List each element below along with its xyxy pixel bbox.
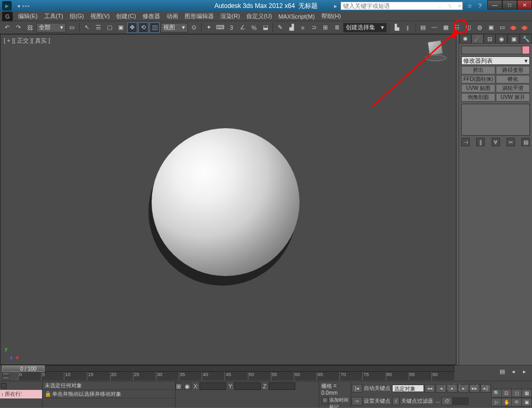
- zoom-all-button[interactable]: ⊡: [501, 389, 512, 397]
- prev-view-icon[interactable]: ◂: [508, 366, 519, 377]
- viewcube[interactable]: [425, 41, 446, 62]
- binoculars-icon[interactable]: ⌕: [435, 2, 444, 10]
- selection-filter-dropdown[interactable]: 全部▾: [36, 23, 66, 32]
- menu-views[interactable]: 视图(V): [87, 12, 113, 20]
- menu-modifiers[interactable]: 修改器: [139, 12, 163, 20]
- menu-help[interactable]: 帮助(H): [318, 12, 344, 20]
- prev-key-button[interactable]: ◂: [436, 384, 446, 393]
- schematic-button[interactable]: ▦: [440, 22, 451, 33]
- layer-manager-button[interactable]: ▤: [418, 22, 428, 33]
- manipulate-button[interactable]: ✦: [204, 22, 214, 33]
- named-selection-dropdown[interactable]: 创建选择集▾: [343, 23, 387, 32]
- mod-uvwunwrap[interactable]: UVW 展开: [496, 93, 530, 102]
- material-editor-button[interactable]: ◍: [475, 22, 485, 33]
- pivot-button[interactable]: ⊙: [189, 22, 199, 33]
- mod-extrude[interactable]: 挤出: [461, 66, 495, 74]
- maximize-button[interactable]: □: [502, 0, 517, 10]
- current-frame-input[interactable]: [453, 397, 469, 405]
- spinner-snap-button[interactable]: ⬓: [260, 22, 270, 33]
- layers-button[interactable]: ≣: [331, 22, 342, 33]
- prev-frame-button[interactable]: ◂◂: [425, 384, 435, 393]
- orbit-button[interactable]: ⟲: [511, 398, 522, 406]
- select-rotate-button[interactable]: ⟲: [138, 22, 148, 33]
- align-tool-button[interactable]: ⫿: [403, 22, 413, 33]
- mod-pathdeform[interactable]: 路径变形: [496, 66, 530, 74]
- pin-stack-icon[interactable]: ⊣: [461, 138, 470, 146]
- menu-graph[interactable]: 图形编辑器: [181, 12, 217, 20]
- select-scale-button[interactable]: ◫: [149, 22, 160, 33]
- render-button[interactable]: 🫖: [509, 22, 519, 33]
- percent-snap-button[interactable]: %: [249, 22, 259, 33]
- mod-chamfer[interactable]: 倒角剖面: [461, 93, 495, 102]
- edit-named-selection-button[interactable]: ✎: [275, 22, 285, 33]
- menu-group[interactable]: 组(G): [66, 12, 87, 20]
- app-menu-icon[interactable]: G: [2, 12, 13, 21]
- magnet-button[interactable]: ⊃: [309, 22, 319, 33]
- minimize-button[interactable]: —: [487, 0, 502, 10]
- time-ruler[interactable]: 051015202530354045505560657075808590: [18, 372, 454, 380]
- mod-uvwmap[interactable]: UVW 贴图: [461, 84, 495, 93]
- select-region-button[interactable]: ▢: [104, 22, 114, 33]
- object-name-field[interactable]: [461, 46, 530, 54]
- mod-meshsmooth[interactable]: 涡轮平滑: [496, 84, 530, 93]
- curve-editor-button[interactable]: 〰: [429, 22, 439, 33]
- ref-coord-dropdown[interactable]: 视图▾: [161, 23, 187, 32]
- menu-tools[interactable]: 工具(T): [41, 12, 66, 20]
- angle-snap-button[interactable]: ∠: [238, 22, 248, 33]
- goto-end-button[interactable]: ▸|: [480, 384, 491, 393]
- menu-create[interactable]: 创建(C): [113, 12, 139, 20]
- help-icon[interactable]: ?: [476, 2, 484, 10]
- max-toggle-button[interactable]: ▣: [521, 398, 532, 406]
- tab-display[interactable]: ▣: [508, 34, 520, 44]
- tab-create[interactable]: ✱: [459, 34, 471, 44]
- tab-modify[interactable]: ☄: [471, 34, 484, 44]
- viewport[interactable]: [ + ][ 正交 ][ 真实 ] z x y: [0, 34, 456, 365]
- next-frame-button[interactable]: ▸▸: [469, 384, 480, 393]
- time-tag-icon[interactable]: ⊙: [321, 397, 329, 404]
- menu-animation[interactable]: 动画: [163, 12, 181, 20]
- time-slider-track[interactable]: [2, 365, 454, 372]
- zoom-button[interactable]: 🔍: [491, 389, 502, 397]
- scene-sphere[interactable]: [152, 128, 300, 276]
- tab-utilities[interactable]: 🔧: [520, 34, 532, 44]
- keyboard-button[interactable]: ⌨: [215, 22, 225, 33]
- select-name-button[interactable]: ☰: [93, 22, 103, 33]
- menu-edit[interactable]: 编辑(E): [15, 12, 41, 20]
- menu-maxscript[interactable]: MAXScript(M): [275, 13, 318, 20]
- dope-sheet-button[interactable]: ☷: [452, 22, 462, 33]
- configure-icon[interactable]: ▤: [521, 138, 530, 146]
- menu-render[interactable]: 渲染(R): [217, 12, 243, 20]
- selected-object-field[interactable]: 选定对象: [392, 385, 424, 392]
- mirror-button[interactable]: ▟: [286, 22, 296, 33]
- show-end-icon[interactable]: ∥: [476, 138, 485, 146]
- favorite-icon[interactable]: ☆: [466, 2, 474, 10]
- select-object-button[interactable]: ↖: [82, 22, 92, 33]
- remove-mod-icon[interactable]: ✂: [506, 138, 515, 146]
- isolate-icon[interactable]: ◉: [184, 382, 192, 390]
- menu-custom[interactable]: 自定义(U): [243, 12, 275, 20]
- link-button[interactable]: ⛓: [24, 22, 35, 33]
- fov-button[interactable]: ▷: [491, 398, 502, 406]
- select-move-button[interactable]: ✥: [127, 22, 137, 33]
- tab-hierarchy[interactable]: ⊟: [484, 34, 496, 44]
- tab-motion[interactable]: ◉: [495, 34, 508, 44]
- next-key-button[interactable]: ▸: [458, 384, 469, 393]
- key-mode-button[interactable]: ⊸: [352, 397, 362, 405]
- coord-mode-icon[interactable]: ⊞: [176, 382, 183, 390]
- select-button[interactable]: ▭: [67, 22, 77, 33]
- coord-z-input[interactable]: [269, 382, 295, 390]
- mod-taper[interactable]: 锥化: [496, 75, 530, 84]
- close-button[interactable]: ✕: [517, 0, 532, 10]
- snap-button[interactable]: 3: [226, 22, 236, 33]
- zoom-extents-button[interactable]: ◻: [511, 389, 522, 397]
- array-button[interactable]: ⊞: [320, 22, 330, 33]
- scene-explorer-icon[interactable]: ▤: [497, 366, 508, 377]
- play-button[interactable]: ▸: [447, 384, 458, 393]
- render-prod-button[interactable]: 🫖: [520, 22, 530, 33]
- time-config-button[interactable]: ⏱: [442, 397, 452, 405]
- coord-y-input[interactable]: [234, 382, 261, 390]
- pan-button[interactable]: ✋: [501, 398, 512, 406]
- render-frame-button[interactable]: ▭: [497, 22, 507, 33]
- material-nav-button[interactable]: ◫: [463, 22, 473, 33]
- make-unique-icon[interactable]: ∀: [492, 138, 500, 146]
